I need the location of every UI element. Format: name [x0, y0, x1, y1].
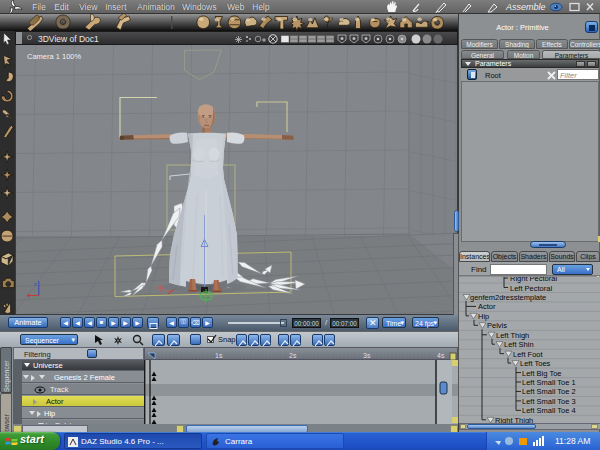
svg-text:4s: 4s	[437, 352, 445, 359]
svg-text:z: z	[34, 281, 37, 287]
svg-text:3s: 3s	[363, 352, 371, 359]
svg-text:Left Small Toe 1: Left Small Toe 1	[522, 378, 576, 387]
svg-text:Left Small Toe 2: Left Small Toe 2	[522, 387, 576, 396]
svg-text:Hip: Hip	[478, 312, 489, 321]
svg-text:1s: 1s	[215, 352, 223, 359]
svg-text:Actor: Actor	[478, 302, 496, 311]
svg-text:Left Shin: Left Shin	[504, 340, 534, 349]
svg-text:Left Small Toe 3: Left Small Toe 3	[522, 397, 576, 406]
svg-text:Left Toes: Left Toes	[520, 359, 551, 368]
svg-text:Left Thigh: Left Thigh	[496, 331, 529, 340]
svg-text:genfem2dresstemplate: genfem2dresstemplate	[470, 293, 546, 302]
svg-text:Left Foot: Left Foot	[513, 350, 544, 359]
svg-text:Left Small Toe 4: Left Small Toe 4	[522, 406, 576, 415]
svg-text:Right Pectoral: Right Pectoral	[510, 277, 557, 283]
svg-text:2s: 2s	[289, 352, 297, 359]
svg-text:Left Pectoral: Left Pectoral	[510, 284, 552, 293]
svg-text:Pelvis: Pelvis	[487, 321, 507, 330]
svg-text:Left Big Toe: Left Big Toe	[522, 369, 561, 378]
